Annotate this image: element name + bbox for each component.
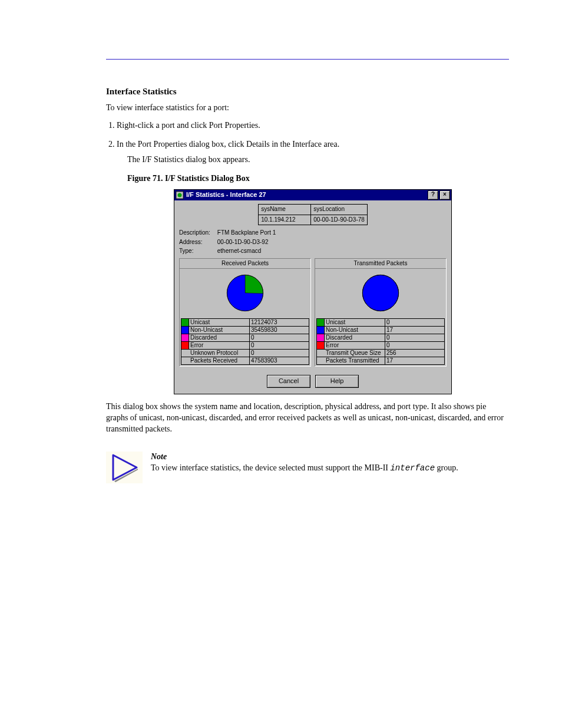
transmitted-table: Unicast0Non-Unicast17Discarded0Error0Tra…: [316, 318, 445, 365]
sysname-header: sysName: [259, 205, 311, 215]
stat-label: Unicast: [325, 319, 385, 327]
received-table: Unicast12124073Non-Unicast35459830Discar…: [181, 318, 309, 365]
table-row: Error0: [181, 342, 309, 350]
header-rule: [106, 59, 509, 60]
stat-label: Discarded: [189, 334, 250, 342]
table-row: Unknown Protocol0: [181, 350, 309, 357]
description-row: Description: FTM Backplane Port 1: [179, 229, 447, 238]
table-row: Unicast0: [317, 319, 445, 327]
step-2-text: In the Port Properties dialog box, click…: [117, 140, 339, 149]
stat-value: 17: [385, 327, 445, 334]
note-block: Note To view interface statistics, the d…: [106, 452, 509, 483]
note-text-suffix: group.: [435, 463, 458, 472]
sys-table: sysName sysLocation 10.1.194.212 00-00-1…: [258, 204, 368, 225]
dialog-title: I/F Statistics - Interface 27: [186, 190, 266, 200]
stat-value: 0: [385, 319, 445, 327]
description-label: Description:: [179, 229, 216, 238]
received-header: Received Packets: [180, 259, 310, 269]
note-text-prefix: To view interface statistics, the device…: [151, 463, 390, 472]
stat-label: Packets Received: [189, 357, 250, 365]
table-row: Non-Unicast17: [317, 327, 445, 334]
type-value: ethernet-csmacd: [217, 248, 261, 254]
section-title: Interface Statistics: [106, 87, 509, 97]
type-label: Type:: [179, 247, 216, 256]
stat-value: 17: [385, 357, 445, 365]
after-dialog-text: This dialog box shows the system name an…: [106, 401, 509, 435]
stat-label: Non-Unicast: [325, 327, 385, 334]
table-row: Non-Unicast35459830: [181, 327, 309, 334]
table-row: Packets Transmitted17: [317, 357, 445, 365]
table-row: Packets Received47583903: [181, 357, 309, 365]
note-arrow-icon: [106, 452, 143, 483]
color-swatch: [181, 342, 189, 350]
stat-label: Packets Transmitted: [325, 357, 385, 365]
stat-label: Discarded: [325, 334, 385, 342]
received-pane: Received Packets Unicast12124073Non-Unic…: [179, 258, 311, 367]
color-swatch: [317, 342, 325, 350]
syslocation-value: 00-00-1D-90-D3-78: [311, 215, 368, 225]
stat-value: 0: [385, 342, 445, 350]
help-button-icon[interactable]: ?: [428, 190, 438, 200]
stat-value: 0: [250, 334, 309, 342]
stat-label: Unicast: [189, 319, 250, 327]
color-swatch: [181, 350, 189, 357]
section-intro: To view interface statistics for a port:: [106, 103, 509, 114]
stat-value: 12124073: [250, 319, 309, 327]
app-icon: [176, 191, 184, 199]
table-row: Discarded0: [317, 334, 445, 342]
close-icon[interactable]: ×: [439, 190, 450, 200]
address-row: Address: 00-00-1D-90-D3-92: [179, 238, 447, 247]
stat-label: Error: [325, 342, 385, 350]
step-2: In the Port Properties dialog box, click…: [117, 139, 509, 394]
color-swatch: [317, 357, 325, 365]
color-swatch: [317, 334, 325, 342]
step-1: Right-click a port and click Port Proper…: [117, 120, 509, 131]
color-swatch: [317, 319, 325, 327]
stat-label: Non-Unicast: [189, 327, 250, 334]
step-2-result: The I/F Statistics dialog box appears.: [127, 154, 509, 166]
description-value: FTM Backplane Port 1: [217, 229, 276, 236]
figure-caption: Figure 71. I/F Statistics Dialog Box: [127, 173, 509, 185]
stat-value: 35459830: [250, 327, 309, 334]
table-row: Unicast12124073: [181, 319, 309, 327]
stat-label: Transmit Queue Size: [325, 350, 385, 357]
svg-point-1: [178, 193, 182, 197]
color-swatch: [181, 327, 189, 334]
cancel-button[interactable]: Cancel: [267, 375, 310, 388]
received-pie-chart: [224, 272, 266, 314]
color-swatch: [181, 357, 189, 365]
titlebar[interactable]: I/F Statistics - Interface 27 ? ×: [174, 190, 451, 200]
stat-value: 47583903: [250, 357, 309, 365]
transmitted-pie-chart: [360, 272, 401, 314]
steps-list: Right-click a port and click Port Proper…: [106, 120, 509, 394]
stat-label: Error: [189, 342, 250, 350]
color-swatch: [317, 327, 325, 334]
table-row: Discarded0: [181, 334, 309, 342]
table-row: Error0: [317, 342, 445, 350]
address-value: 00-00-1D-90-D3-92: [217, 239, 269, 245]
color-swatch: [317, 350, 325, 357]
stat-value: 256: [385, 350, 445, 357]
transmitted-header: Transmitted Packets: [315, 259, 446, 269]
color-swatch: [181, 319, 189, 327]
stat-value: 0: [385, 334, 445, 342]
address-label: Address:: [179, 238, 216, 247]
stat-value: 0: [250, 350, 309, 357]
syslocation-header: sysLocation: [311, 205, 368, 215]
color-swatch: [181, 334, 189, 342]
sysname-value: 10.1.194.212: [259, 215, 311, 225]
stat-label: Unknown Protocol: [189, 350, 250, 357]
help-button[interactable]: Help: [315, 375, 359, 388]
table-row: Transmit Queue Size256: [317, 350, 445, 357]
type-row: Type: ethernet-csmacd: [179, 247, 447, 256]
if-statistics-dialog: I/F Statistics - Interface 27 ? × sysNam…: [174, 189, 452, 394]
note-code: interface: [390, 463, 435, 473]
transmitted-pane: Transmitted Packets Unicast0Non-Unicast1…: [315, 258, 447, 367]
note-label: Note: [151, 452, 167, 461]
stat-value: 0: [250, 342, 309, 350]
